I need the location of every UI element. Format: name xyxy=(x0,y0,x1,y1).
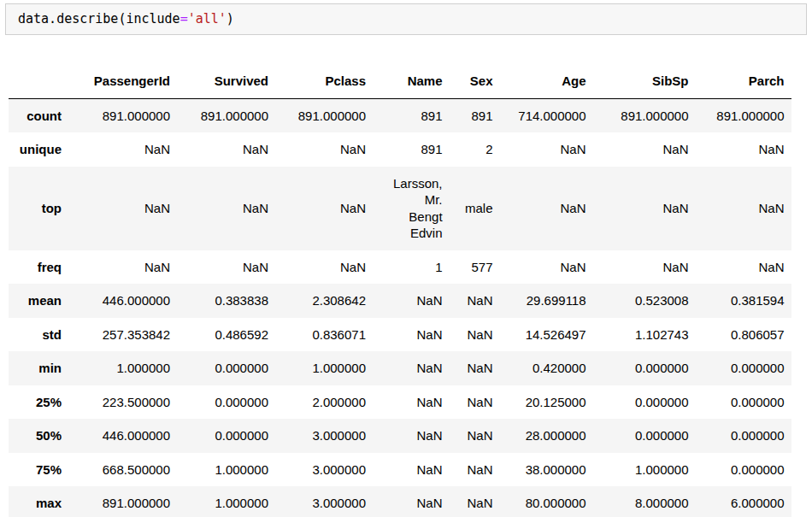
table-cell: 0.000000 xyxy=(177,419,275,453)
table-cell: NaN xyxy=(450,351,500,385)
table-row-std: std257.3538420.4865920.836071NaNNaN14.52… xyxy=(9,318,791,352)
table-cell: 0.000000 xyxy=(696,419,791,453)
row-label: unique xyxy=(9,132,68,167)
table-cell: NaN xyxy=(275,132,373,167)
code-input[interactable]: data.describe(include='all') xyxy=(18,11,794,27)
table-row-count: count891.000000891.000000891.00000089189… xyxy=(9,98,791,132)
table-cell: 6.000000 xyxy=(696,486,791,517)
table-cell: NaN xyxy=(450,318,500,352)
table-cell: NaN xyxy=(373,419,450,453)
table-cell: 0.000000 xyxy=(593,419,696,453)
notebook-page: data.describe(include='all') PassengerId… xyxy=(0,3,812,517)
table-cell: NaN xyxy=(373,385,450,420)
row-label: count xyxy=(9,98,68,132)
column-header-name: Name xyxy=(373,64,450,98)
table-cell: 714.000000 xyxy=(500,98,593,132)
table-cell: 29.699118 xyxy=(500,284,593,318)
table-cell: 891.000000 xyxy=(275,98,373,132)
column-header-pclass: Pclass xyxy=(275,64,373,98)
table-cell: 257.353842 xyxy=(68,318,177,352)
table-cell: 1 xyxy=(373,250,450,285)
column-header-parch: Parch xyxy=(696,64,791,98)
table-cell: 891.000000 xyxy=(177,98,275,132)
row-label: min xyxy=(9,351,68,385)
table-cell: 891.000000 xyxy=(696,98,791,132)
table-cell: NaN xyxy=(275,250,373,285)
table-cell: NaN xyxy=(68,167,177,250)
corner-header xyxy=(9,64,68,98)
table-cell: 20.125000 xyxy=(500,385,593,420)
table-row-unique: uniqueNaNNaNNaN8912NaNNaNNaN xyxy=(9,132,791,167)
table-row-min: min1.0000000.0000001.000000NaNNaN0.42000… xyxy=(9,351,791,385)
table-cell: NaN xyxy=(177,250,275,285)
table-cell: NaN xyxy=(373,453,450,487)
table-cell: 1.000000 xyxy=(68,351,177,385)
column-header-passengerid: PassengerId xyxy=(68,64,177,98)
table-cell: 891.000000 xyxy=(593,98,696,132)
table-cell: 223.500000 xyxy=(68,385,177,420)
table-row-freq: freqNaNNaNNaN1577NaNNaNNaN xyxy=(9,250,791,285)
table-cell: NaN xyxy=(450,453,500,487)
table-cell: 1.000000 xyxy=(177,453,275,487)
table-cell: 1.000000 xyxy=(177,486,275,517)
table-cell: NaN xyxy=(696,132,791,167)
table-cell: 891 xyxy=(373,98,450,132)
dataframe-output: PassengerIdSurvivedPclassNameSexAgeSibSp… xyxy=(9,64,812,517)
table-cell: 891 xyxy=(373,132,450,167)
table-cell: 577 xyxy=(450,250,500,285)
table-cell: NaN xyxy=(593,167,696,250)
column-header-survived: Survived xyxy=(177,64,275,98)
table-cell: NaN xyxy=(177,132,275,167)
table-cell: NaN xyxy=(373,318,450,352)
table-cell: 2.000000 xyxy=(275,385,373,420)
table-cell: NaN xyxy=(68,132,177,167)
table-row-75pct: 75%668.5000001.0000003.000000NaNNaN38.00… xyxy=(9,453,791,487)
table-row-max: max891.0000001.0000003.000000NaNNaN80.00… xyxy=(9,486,791,517)
table-cell: 891 xyxy=(450,98,500,132)
table-cell: male xyxy=(450,167,500,250)
row-label: std xyxy=(9,318,68,352)
table-cell: NaN xyxy=(696,250,791,285)
table-cell: 0.000000 xyxy=(696,385,791,420)
table-cell: 0.806057 xyxy=(696,318,791,352)
table-body: count891.000000891.000000891.00000089189… xyxy=(9,98,791,517)
table-cell: 668.500000 xyxy=(68,453,177,487)
table-cell: NaN xyxy=(177,167,275,250)
code-cell[interactable]: data.describe(include='all') xyxy=(5,3,807,35)
table-cell: 0.381594 xyxy=(696,284,791,318)
table-cell: NaN xyxy=(373,284,450,318)
table-cell: 0.383838 xyxy=(177,284,275,318)
table-cell: 446.000000 xyxy=(68,284,177,318)
code-token-plain: ) xyxy=(227,11,234,26)
table-cell: 1.000000 xyxy=(275,351,373,385)
table-cell: 0.836071 xyxy=(275,318,373,352)
table-cell: NaN xyxy=(373,351,450,385)
row-label: top xyxy=(9,167,68,250)
table-cell: 0.486592 xyxy=(177,318,275,352)
table-cell: 2 xyxy=(450,132,500,167)
table-row-top: topNaNNaNNaNLarsson, Mr. Bengt Edvinmale… xyxy=(9,167,791,250)
table-cell: 3.000000 xyxy=(275,419,373,453)
table-cell: 0.420000 xyxy=(500,351,593,385)
row-label: 75% xyxy=(9,453,68,487)
table-cell: NaN xyxy=(500,250,593,285)
table-cell: 446.000000 xyxy=(68,419,177,453)
table-cell: NaN xyxy=(450,284,500,318)
table-cell: 891.000000 xyxy=(68,98,177,132)
table-cell: NaN xyxy=(593,250,696,285)
table-cell: NaN xyxy=(373,486,450,517)
table-cell: 0.000000 xyxy=(696,453,791,487)
table-cell: 0.523008 xyxy=(593,284,696,318)
table-cell: NaN xyxy=(593,132,696,167)
table-cell: NaN xyxy=(450,385,500,420)
row-label: 25% xyxy=(9,385,68,420)
column-header-sibsp: SibSp xyxy=(593,64,696,98)
table-cell: Larsson, Mr. Bengt Edvin xyxy=(373,167,450,250)
table-cell: NaN xyxy=(500,167,593,250)
header-row: PassengerIdSurvivedPclassNameSexAgeSibSp… xyxy=(9,64,791,98)
table-cell: NaN xyxy=(696,167,791,250)
table-cell: 0.000000 xyxy=(593,351,696,385)
table-cell: 1.102743 xyxy=(593,318,696,352)
table-cell: 8.000000 xyxy=(593,486,696,517)
code-token-plain: data.describe(include xyxy=(18,11,180,26)
